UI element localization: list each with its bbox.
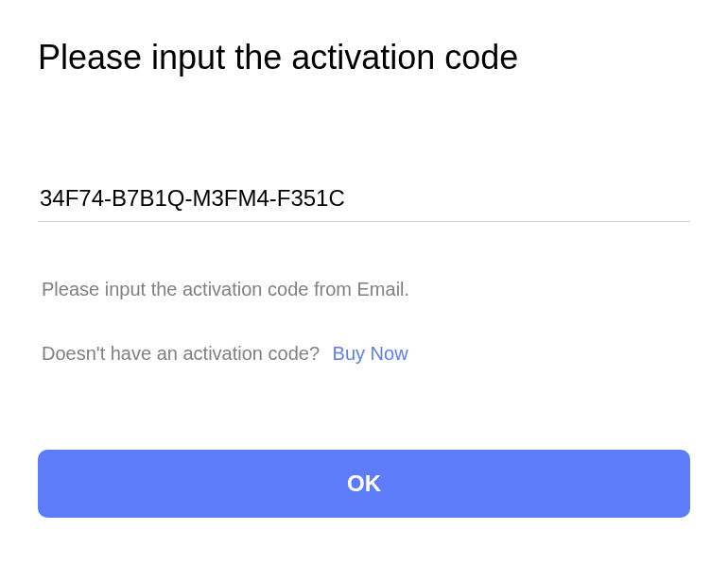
activation-code-field-wrapper (38, 181, 690, 222)
buy-prompt-text: Doesn't have an activation code? (42, 343, 320, 364)
buy-row: Doesn't have an activation code? Buy Now (38, 343, 690, 365)
ok-button[interactable]: OK (38, 450, 690, 518)
activation-code-input[interactable] (38, 181, 690, 222)
buy-now-link[interactable]: Buy Now (333, 343, 408, 364)
page-title: Please input the activation code (38, 38, 690, 77)
helper-text: Please input the activation code from Em… (38, 279, 690, 300)
